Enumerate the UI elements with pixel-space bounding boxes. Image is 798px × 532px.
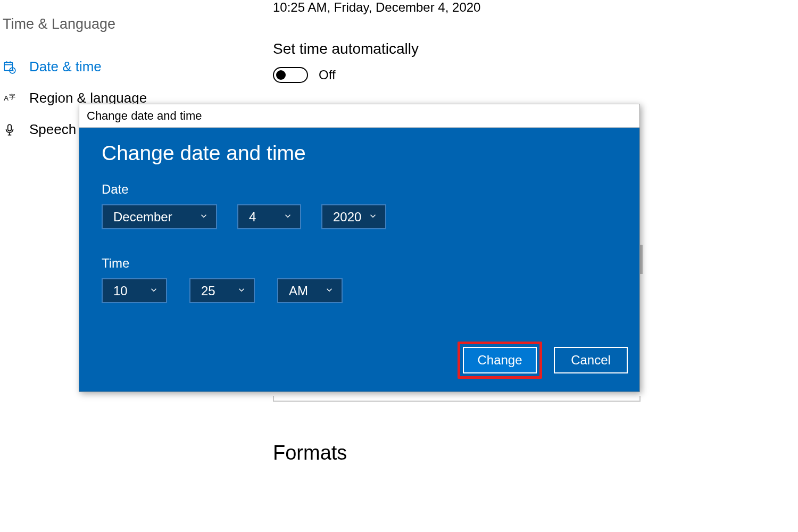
formats-heading: Formats bbox=[273, 442, 347, 464]
sidebar-title: Time & Language bbox=[0, 0, 255, 32]
ampm-dropdown[interactable]: AM bbox=[277, 278, 343, 303]
chevron-down-icon bbox=[368, 211, 378, 223]
chevron-down-icon bbox=[237, 285, 246, 297]
language-icon: A 字 bbox=[3, 92, 16, 105]
date-combo-row: December 4 2020 bbox=[102, 204, 617, 229]
svg-text:字: 字 bbox=[9, 93, 15, 101]
day-dropdown-value: 4 bbox=[249, 210, 256, 225]
chevron-down-icon bbox=[283, 211, 293, 223]
set-time-auto-toggle-row: Off bbox=[273, 67, 752, 83]
current-datetime-text: 10:25 AM, Friday, December 4, 2020 bbox=[273, 0, 752, 15]
date-field-label: Date bbox=[102, 182, 617, 197]
sidebar-item-label: Speech bbox=[29, 121, 76, 138]
svg-text:A: A bbox=[4, 94, 9, 102]
calendar-clock-icon bbox=[3, 60, 16, 74]
annotation-highlight: Change bbox=[458, 342, 542, 379]
svg-rect-9 bbox=[8, 124, 12, 131]
set-time-auto-toggle[interactable] bbox=[273, 67, 308, 83]
minute-dropdown[interactable]: 25 bbox=[189, 278, 255, 303]
hour-dropdown[interactable]: 10 bbox=[102, 278, 167, 303]
time-combo-row: 10 25 AM bbox=[102, 278, 617, 303]
sidebar-item-label: Date & time bbox=[29, 59, 102, 75]
change-button[interactable]: Change bbox=[463, 347, 537, 373]
dialog-body: Change date and time Date December 4 202… bbox=[79, 128, 639, 392]
day-dropdown[interactable]: 4 bbox=[237, 204, 301, 229]
hour-dropdown-value: 10 bbox=[113, 284, 128, 298]
time-field-label: Time bbox=[102, 256, 617, 271]
dialog-buttons: Change Cancel bbox=[458, 342, 628, 379]
chevron-down-icon bbox=[325, 285, 334, 297]
set-time-auto-label: Set time automatically bbox=[273, 40, 752, 57]
month-dropdown-value: December bbox=[113, 210, 172, 225]
dialog-titlebar-text: Change date and time bbox=[87, 109, 202, 123]
month-dropdown[interactable]: December bbox=[102, 204, 217, 229]
dialog-heading: Change date and time bbox=[102, 142, 617, 165]
sidebar-item-date-time[interactable]: Date & time bbox=[0, 51, 255, 82]
dialog-titlebar[interactable]: Change date and time bbox=[79, 104, 639, 128]
microphone-icon bbox=[3, 123, 16, 137]
cancel-button[interactable]: Cancel bbox=[554, 347, 628, 373]
toggle-state-label: Off bbox=[319, 68, 336, 82]
minute-dropdown-value: 25 bbox=[201, 284, 215, 298]
chevron-down-icon bbox=[149, 285, 159, 297]
change-date-time-dialog: Change date and time Change date and tim… bbox=[79, 104, 640, 392]
svg-line-6 bbox=[12, 70, 13, 71]
year-dropdown-value: 2020 bbox=[333, 210, 361, 225]
chevron-down-icon bbox=[199, 211, 209, 223]
svg-rect-0 bbox=[4, 62, 12, 70]
toggle-knob bbox=[276, 70, 286, 80]
ampm-dropdown-value: AM bbox=[289, 284, 308, 298]
background-dropdown-fragment bbox=[273, 396, 641, 402]
year-dropdown[interactable]: 2020 bbox=[321, 204, 386, 229]
